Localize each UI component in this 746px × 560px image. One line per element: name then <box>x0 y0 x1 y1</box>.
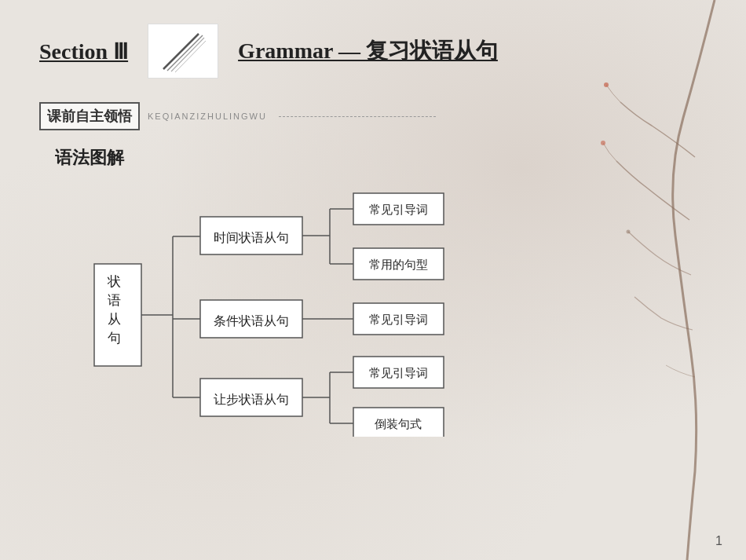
svg-text:从: 从 <box>108 312 121 327</box>
svg-line-5 <box>171 38 204 71</box>
logo-icon <box>155 30 210 73</box>
keqian-pinyin: KEQIANZIZHULINGWU <box>148 112 267 121</box>
svg-text:条件状语从句: 条件状语从句 <box>214 314 289 328</box>
svg-text:倒装句式: 倒装句式 <box>375 418 422 430</box>
keqian-label: 课前自主领悟 <box>39 102 140 130</box>
header: Section Ⅲ Grammar — 复习状语从句 <box>39 24 707 79</box>
svg-text:常见引导词: 常见引导词 <box>369 203 428 216</box>
svg-text:常用的句型: 常用的句型 <box>369 258 428 271</box>
svg-text:状: 状 <box>107 274 121 289</box>
page-content: Section Ⅲ Grammar — 复习状语从句 课前自主领悟 KEQIAN… <box>0 0 746 560</box>
svg-text:语: 语 <box>108 293 121 308</box>
keqian-box: 课前自主领悟 KEQIANZIZHULINGWU <box>39 102 436 130</box>
svg-text:常见引导词: 常见引导词 <box>369 367 428 379</box>
keqian-line <box>279 116 436 117</box>
page-number: 1 <box>715 534 722 548</box>
grammar-title: Grammar — 复习状语从句 <box>238 36 498 66</box>
grammar-diagram-svg: 状 语 从 句 时间状语从句 常见引导词 常用的句型 <box>86 185 542 437</box>
logo-box <box>148 24 218 79</box>
svg-line-4 <box>167 35 203 71</box>
diagram-container: 状 语 从 句 时间状语从句 常见引导词 常用的句型 <box>86 185 707 440</box>
svg-text:让步状语从句: 让步状语从句 <box>214 393 289 406</box>
svg-text:常见引导词: 常见引导词 <box>369 313 428 326</box>
svg-text:时间状语从句: 时间状语从句 <box>214 231 289 244</box>
keqian-section: 课前自主领悟 KEQIANZIZHULINGWU <box>39 102 707 130</box>
svg-line-3 <box>163 34 199 69</box>
grammar-diagram-title: 语法图解 <box>55 146 707 170</box>
svg-text:句: 句 <box>108 331 121 346</box>
svg-line-6 <box>175 41 206 72</box>
section-title: Section Ⅲ <box>39 38 128 64</box>
